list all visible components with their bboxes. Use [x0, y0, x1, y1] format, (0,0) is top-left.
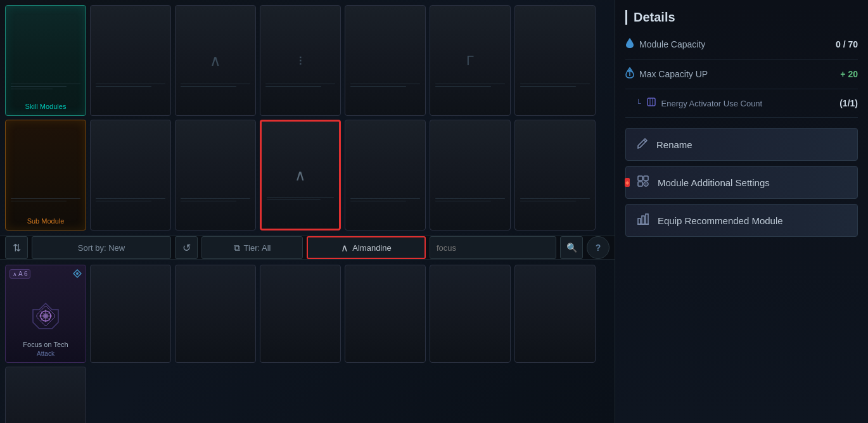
max-capacity-label: Max Capacity UP: [625, 67, 708, 81]
module-capacity-text: Module Capacity: [639, 39, 705, 49]
tier-filter-btn[interactable]: ⧉ Tier: All: [201, 236, 303, 259]
circuit-line: [181, 86, 236, 87]
circuit-lines: [181, 84, 250, 103]
card-badge: ∧ A 6: [10, 269, 30, 279]
water-drop-icon: [625, 37, 634, 51]
help-icon: ?: [596, 243, 601, 253]
focus-on-tech-subtype: Attack: [6, 350, 86, 357]
svg-rect-10: [648, 98, 655, 106]
module-capacity-label: Module Capacity: [625, 37, 705, 51]
svg-rect-14: [638, 176, 642, 180]
circuit-line: [520, 86, 576, 87]
focus-on-tech-name: Focus on Tech: [6, 341, 86, 348]
sub-arrow-icon: └: [635, 99, 641, 108]
help-btn[interactable]: ?: [587, 236, 610, 259]
circuit-line: [350, 84, 420, 84]
rename-icon: [636, 137, 649, 153]
inventory-slot-7[interactable]: [514, 265, 596, 363]
empty-module-slot-9[interactable]: [345, 120, 426, 230]
inventory-slot-8[interactable]: [5, 367, 86, 423]
empty-module-slot-1[interactable]: [90, 5, 171, 116]
circuit-line: [181, 198, 250, 199]
circuit-lines: [96, 84, 165, 103]
energy-icon: [646, 97, 656, 110]
card-main-area: [30, 301, 61, 334]
circuit-line: [181, 84, 250, 84]
settings-badge: ◆: [625, 178, 630, 187]
slot-icon-5: Γ: [466, 53, 474, 69]
module-settings-btn[interactable]: ◆ Module Additional Settings: [625, 166, 858, 199]
refresh-btn[interactable]: ↺: [175, 236, 198, 259]
svg-rect-22: [642, 216, 644, 224]
search-input[interactable]: [437, 243, 549, 253]
energy-row: └ Energy Activator Use Count (1/1): [625, 97, 858, 118]
circuit-line: [11, 198, 80, 199]
circuit-line: [11, 86, 67, 87]
svg-line-13: [644, 140, 646, 142]
chart-icon: [636, 212, 650, 229]
circuit-line: [435, 84, 505, 84]
rename-svg: [636, 137, 649, 149]
circuit-lines: [520, 84, 590, 103]
svg-rect-15: [644, 176, 648, 180]
inventory-slot-6[interactable]: [430, 265, 511, 363]
empty-module-slot-11[interactable]: [514, 120, 596, 230]
max-capacity-value: + 20: [840, 69, 858, 79]
filter-bar: ⇅ Sort by: New ↺ ⧉ Tier: All ∧ Almandine: [0, 236, 615, 260]
focus-on-tech-card[interactable]: ∧ A 6: [5, 265, 86, 363]
skill-module-card[interactable]: Skill Modules: [5, 5, 86, 116]
svg-rect-16: [638, 182, 642, 186]
svg-rect-23: [646, 214, 648, 224]
circuit-line: [181, 201, 236, 201]
inventory-section: ∧ A 6: [0, 260, 615, 423]
module-capacity-row: Module Capacity 0 / 70: [625, 37, 858, 60]
svg-point-1: [76, 272, 79, 275]
inventory-slot-3[interactable]: [175, 265, 256, 363]
equip-recommended-btn[interactable]: Equip Recommended Module: [625, 204, 858, 237]
empty-module-slot-8[interactable]: [175, 120, 256, 230]
circuit-line: [350, 198, 420, 199]
module-filter-btn[interactable]: ∧ Almandine: [307, 236, 426, 259]
selected-module-slot[interactable]: ∧: [260, 120, 341, 230]
svg-point-9: [43, 313, 48, 319]
sort-icon-btn[interactable]: ⇅: [5, 236, 28, 259]
selected-slot-icon: ∧: [295, 167, 306, 184]
circuit-lines: [520, 198, 590, 217]
inventory-slot-4[interactable]: [260, 265, 341, 363]
empty-module-slot-4[interactable]: [345, 5, 426, 116]
empty-module-slot-2[interactable]: ∧: [175, 5, 256, 116]
tier-label-text: Tier: All: [244, 243, 271, 253]
empty-module-slot-6[interactable]: [514, 5, 596, 116]
slot-icon-2: ∧: [210, 52, 221, 70]
card-circuit: [18, 28, 73, 94]
circuit-line: [520, 201, 576, 201]
circuit-line: [11, 201, 67, 201]
circuit-line: [265, 86, 321, 87]
water-icon-svg: [625, 37, 634, 49]
card-inner: ∧ A 6: [6, 265, 86, 362]
rename-label: Rename: [656, 139, 847, 150]
type-icon-svg: [73, 269, 82, 278]
empty-module-slot-3[interactable]: ⫶: [260, 5, 341, 116]
circuit-line: [96, 201, 151, 201]
sort-label-btn[interactable]: Sort by: New: [32, 236, 171, 259]
search-btn[interactable]: 🔍: [560, 236, 583, 259]
chart-svg: [636, 212, 650, 226]
left-panel: Skill Modules ∧ ⫶: [0, 0, 615, 423]
empty-module-slot-7[interactable]: [90, 120, 171, 230]
circuit-line: [267, 197, 334, 198]
svg-rect-21: [638, 218, 641, 224]
circuit-lines: [350, 84, 420, 103]
circuit-lines: [267, 197, 334, 216]
circuit-lines: [435, 84, 505, 103]
empty-module-slot-5[interactable]: Γ: [430, 5, 511, 116]
inventory-slot-2[interactable]: [90, 265, 171, 363]
card-type-icon: [73, 269, 82, 280]
circuit-line: [11, 89, 53, 89]
rename-btn[interactable]: Rename: [625, 128, 858, 161]
inventory-slot-5[interactable]: [345, 265, 426, 363]
empty-module-slot-10[interactable]: [430, 120, 511, 230]
circuit-lines: [435, 198, 505, 217]
max-capacity-row: Max Capacity UP + 20: [625, 67, 858, 89]
sub-module-card[interactable]: Sub Module: [5, 120, 86, 230]
